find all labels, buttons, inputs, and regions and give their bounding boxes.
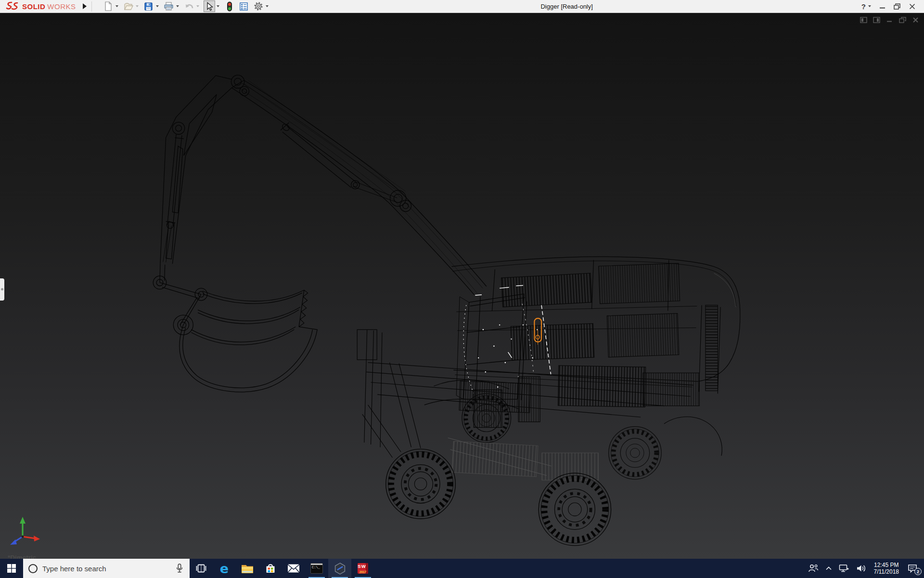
search-input[interactable] xyxy=(42,565,170,573)
taskbar-solidworks-button[interactable]: SW 2017 xyxy=(351,559,374,578)
restore-button[interactable] xyxy=(892,2,902,11)
options-dropdown[interactable] xyxy=(266,5,269,7)
print-button[interactable] xyxy=(163,0,175,12)
select-cursor-icon xyxy=(205,2,214,11)
options-gear-icon xyxy=(254,1,263,11)
close-button[interactable] xyxy=(907,2,917,11)
start-button[interactable] xyxy=(0,559,23,578)
new-document-dropdown[interactable] xyxy=(116,5,118,7)
close-document-button[interactable] xyxy=(911,16,919,24)
close-icon xyxy=(909,3,915,10)
select-tool-dropdown[interactable] xyxy=(217,5,219,7)
undo-button[interactable] xyxy=(183,0,195,12)
taskbar-mail-button[interactable] xyxy=(282,559,305,578)
system-tray: 12:45 PM 7/11/2018 2 xyxy=(805,559,924,578)
network-button[interactable] xyxy=(835,559,853,578)
document-window-controls xyxy=(860,16,919,24)
select-tool-button[interactable] xyxy=(204,0,215,12)
help-dropdown[interactable] xyxy=(868,5,871,7)
task-view-button[interactable] xyxy=(190,559,213,578)
clock-date: 7/11/2018 xyxy=(874,568,899,575)
rebuild-button[interactable] xyxy=(224,0,235,12)
brand-works-text: WORKS xyxy=(47,2,76,11)
close-document-icon xyxy=(912,17,919,23)
taskbar-store-button[interactable] xyxy=(259,559,282,578)
network-icon xyxy=(839,564,849,573)
solidworks-logo: SOLIDWORKS xyxy=(0,1,76,11)
view-orientation-label: *Dimetric xyxy=(8,554,36,559)
rebuild-traffic-light-icon xyxy=(226,1,233,12)
new-document-button[interactable] xyxy=(103,0,114,12)
save-dropdown[interactable] xyxy=(156,5,159,7)
open-button[interactable] xyxy=(123,0,134,12)
file-explorer-icon xyxy=(241,563,254,574)
restore-icon xyxy=(894,3,900,10)
window-controls: ? xyxy=(861,2,924,11)
command-prompt-icon: C:\_ xyxy=(310,563,323,574)
minimize-document-icon xyxy=(886,17,893,23)
microsoft-store-icon xyxy=(265,563,276,574)
taskbar-file-explorer-button[interactable] xyxy=(236,559,259,578)
print-icon xyxy=(164,1,174,11)
pane-right-icon xyxy=(873,17,880,23)
wireframe-boom xyxy=(160,75,487,295)
action-center-button[interactable]: 2 xyxy=(903,559,922,578)
options-button[interactable] xyxy=(253,0,264,12)
cmd-prompt-text: C:\_ xyxy=(312,565,320,569)
open-folder-icon xyxy=(124,2,133,11)
orientation-triad xyxy=(7,515,41,548)
menu-flyout-arrow-icon[interactable] xyxy=(83,3,87,9)
microphone-icon[interactable] xyxy=(175,563,184,574)
restore-document-icon xyxy=(899,17,906,23)
help-button[interactable]: ? xyxy=(861,2,873,11)
edge-icon: e xyxy=(220,562,229,575)
pane-right-button[interactable] xyxy=(873,16,880,24)
open-dropdown[interactable] xyxy=(136,5,139,7)
save-floppy-icon xyxy=(144,2,153,11)
titlebar: SOLIDWORKS xyxy=(0,0,924,13)
excavator-wireframe xyxy=(0,13,924,559)
restore-document-button[interactable] xyxy=(898,16,906,24)
solidworks-window: SOLIDWORKS xyxy=(0,0,924,578)
notification-badge: 2 xyxy=(914,568,922,575)
taskbar-hexagon-app-button[interactable] xyxy=(328,559,351,578)
taskbar-search[interactable] xyxy=(23,559,190,578)
taskbar-cmd-button[interactable]: C:\_ xyxy=(305,559,328,578)
hidden-icons-button[interactable] xyxy=(822,559,835,578)
minimize-icon xyxy=(879,3,886,10)
windows-logo-icon xyxy=(7,564,16,573)
help-question-icon: ? xyxy=(861,2,866,11)
taskbar: e C:\_ xyxy=(0,559,924,578)
people-button[interactable] xyxy=(805,559,822,578)
chevron-up-icon xyxy=(825,565,832,571)
volume-icon xyxy=(856,564,867,573)
clock[interactable]: 12:45 PM 7/11/2018 xyxy=(870,562,903,575)
solidworks-2017-icon: SW 2017 xyxy=(357,563,369,574)
wireframe-bucket xyxy=(153,264,317,392)
taskbar-edge-button[interactable]: e xyxy=(213,559,236,578)
undo-arrow-icon xyxy=(184,2,194,11)
pane-left-button[interactable] xyxy=(860,16,867,24)
feature-panel-collapsed-tab[interactable] xyxy=(0,278,4,301)
titlebar-separator xyxy=(91,1,92,12)
mail-icon xyxy=(287,564,300,573)
undo-dropdown[interactable] xyxy=(196,5,199,7)
pane-left-icon xyxy=(860,17,867,23)
volume-button[interactable] xyxy=(853,559,870,578)
graphics-viewport[interactable]: *Dimetric xyxy=(0,13,924,559)
file-properties-icon xyxy=(239,2,248,11)
save-button[interactable] xyxy=(143,0,154,12)
sw-letters: SW xyxy=(357,564,367,569)
people-icon xyxy=(808,564,819,573)
hexagon-app-icon xyxy=(334,563,346,575)
minimize-document-button[interactable] xyxy=(886,16,893,24)
minimize-button[interactable] xyxy=(877,2,887,11)
file-properties-button[interactable] xyxy=(238,0,250,12)
sw-year: 2017 xyxy=(357,570,369,574)
brand-solid-text: SOLID xyxy=(22,2,45,11)
solidworks-swoosh-icon xyxy=(6,1,20,11)
task-view-icon xyxy=(196,564,206,573)
clock-time: 12:45 PM xyxy=(874,562,899,568)
new-document-icon xyxy=(103,1,113,11)
print-dropdown[interactable] xyxy=(176,5,179,7)
